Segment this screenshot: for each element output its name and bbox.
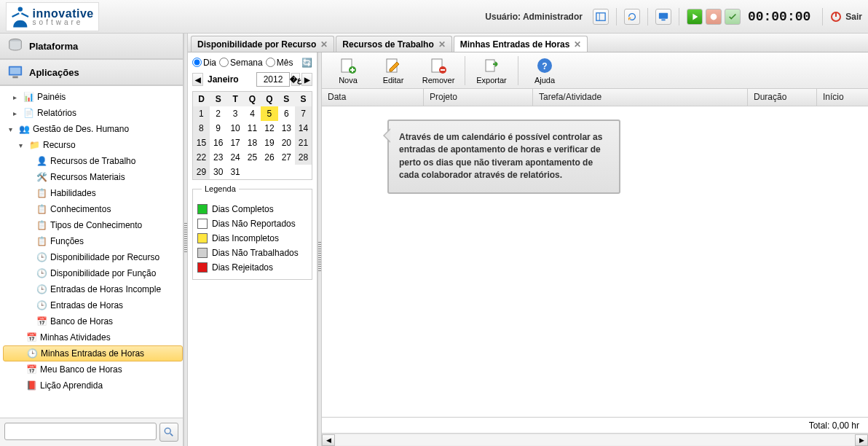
tab-disp-recurso[interactable]: Disponibilidade por Recurso✕ — [191, 36, 334, 52]
cal-next-button[interactable]: ▶ — [301, 73, 312, 86]
calendar-day[interactable]: 19 — [261, 136, 277, 150]
calendar-day[interactable]: 22 — [193, 150, 210, 165]
col-projeto[interactable]: Projeto — [424, 89, 533, 106]
close-icon[interactable]: ✕ — [320, 39, 328, 50]
nav-funcoes[interactable]: 📋Funções — [3, 233, 183, 249]
year-input[interactable] — [256, 72, 290, 87]
tool-remover[interactable]: Remover — [417, 55, 460, 86]
nav-relatorios[interactable]: ▸📄Relatórios — [3, 105, 183, 121]
weekday-header: D — [193, 92, 210, 107]
radio-mes[interactable]: Mês — [266, 58, 293, 68]
calendar-day[interactable]: 18 — [244, 136, 261, 150]
calendar-icon: 📅 — [36, 316, 47, 327]
radio-dia[interactable]: Dia — [192, 58, 216, 68]
calendar-day[interactable]: 25 — [244, 150, 261, 165]
nav-conhecimentos[interactable]: 📋Conhecimentos — [3, 201, 183, 217]
refresh-small-icon[interactable]: 🔄 — [301, 57, 312, 68]
calendar-day[interactable]: 10 — [226, 121, 243, 136]
refresh-icon[interactable] — [624, 9, 640, 25]
nav-recursos-materiais[interactable]: 🛠️Recursos Materiais — [3, 169, 183, 185]
nav-licao[interactable]: 📕Lição Aprendida — [3, 377, 183, 394]
tab-minhas-entradas[interactable]: Minhas Entradas de Horas✕ — [454, 36, 588, 52]
calendar-day[interactable]: 15 — [193, 136, 210, 150]
calendar-day[interactable]: 12 — [261, 121, 277, 136]
dashboard-icon: 📊 — [23, 92, 34, 103]
calendar-day[interactable]: 17 — [226, 136, 243, 150]
tool-nova[interactable]: Nova — [326, 55, 370, 86]
calendar-day[interactable]: 23 — [210, 150, 226, 165]
calendar-day[interactable]: 6 — [278, 106, 295, 121]
list-icon: 📋 — [36, 188, 47, 199]
nav-minhas-entradas[interactable]: 🕒Minhas Entradas de Horas — [3, 345, 183, 361]
scroll-left-icon[interactable]: ◀ — [322, 434, 335, 446]
panel-toggle-icon[interactable] — [593, 9, 609, 25]
calendar-day[interactable]: 4 — [244, 106, 261, 121]
nav-banco[interactable]: 📅Banco de Horas — [3, 313, 183, 329]
nav-meu-banco[interactable]: 📅Meu Banco de Horas — [3, 361, 183, 377]
tab-recursos-trabalho[interactable]: Recursos de Trabalho✕ — [336, 36, 451, 52]
scroll-right-icon[interactable]: ▶ — [855, 434, 868, 446]
calendar-day[interactable]: 14 — [295, 121, 312, 136]
timer-play-icon[interactable] — [687, 9, 703, 25]
export-icon — [483, 57, 500, 74]
calendar-day[interactable]: 9 — [210, 121, 226, 136]
sidebar-section-platform[interactable]: Plataforma — [0, 34, 183, 59]
calendar-day[interactable]: 2 — [210, 106, 226, 121]
delete-icon — [430, 57, 447, 74]
search-button[interactable] — [159, 423, 178, 442]
calendar-nav: ◀ Janeiro �ع ▶ — [192, 72, 312, 87]
search-input[interactable] — [4, 423, 157, 440]
col-inicio[interactable]: Início — [817, 89, 868, 106]
calendar-day[interactable]: 11 — [244, 121, 261, 136]
tool-ajuda[interactable]: ?Ajuda — [523, 55, 567, 86]
monitor-icon[interactable] — [655, 9, 671, 25]
calendar-day[interactable]: 29 — [193, 165, 210, 180]
col-duracao[interactable]: Duração — [748, 89, 817, 106]
nav-habilidades[interactable]: 📋Habilidades — [3, 185, 183, 201]
nav-entradas[interactable]: 🕒Entradas de Horas — [3, 297, 183, 313]
calendar-day[interactable]: 8 — [193, 121, 210, 136]
logout-button[interactable]: Sair — [830, 11, 862, 23]
calendar-day[interactable]: 30 — [210, 165, 226, 180]
nav-recurso[interactable]: ▾📁Recurso — [3, 137, 183, 153]
power-icon — [830, 11, 842, 23]
calendar-day[interactable]: 13 — [278, 121, 295, 136]
nav-entradas-incompletas[interactable]: 🕒Entradas de Horas Incomple — [3, 281, 183, 297]
calendar-day[interactable]: 16 — [210, 136, 226, 150]
calendar-day[interactable]: 26 — [261, 150, 277, 165]
calendar-day[interactable]: 21 — [295, 136, 312, 150]
horizontal-scrollbar[interactable]: ◀ ▶ — [322, 433, 868, 446]
nav-paineis[interactable]: ▸📊Painéis — [3, 89, 183, 105]
calendar-day[interactable]: 20 — [278, 136, 295, 150]
timer-stop-icon[interactable] — [706, 9, 722, 25]
close-icon[interactable]: ✕ — [574, 39, 581, 50]
nav-recursos-trabalho[interactable]: 👤Recursos de Trabalho — [3, 153, 183, 169]
calendar-day[interactable]: 7 — [295, 106, 312, 121]
col-tarefa[interactable]: Tarefa/Atividade — [533, 89, 748, 106]
sidebar-section-apps[interactable]: Aplicações — [0, 59, 183, 85]
col-data[interactable]: Data — [322, 89, 424, 106]
calendar-day[interactable]: 3 — [226, 106, 243, 121]
timer-check-icon[interactable] — [725, 9, 741, 25]
calendar-day[interactable]: 1 — [193, 106, 210, 121]
tool-exportar[interactable]: Exportar — [470, 55, 513, 86]
close-icon[interactable]: ✕ — [438, 39, 446, 50]
nav-tipos-conhecimento[interactable]: 📋Tipos de Conhecimento — [3, 217, 183, 233]
person-icon — [11, 5, 30, 28]
calendar-day[interactable]: 27 — [278, 150, 295, 165]
calendar-day[interactable]: 28 — [295, 150, 312, 165]
year-spinner[interactable]: �ع — [291, 73, 300, 86]
radio-semana[interactable]: Semana — [219, 58, 263, 68]
nav-minhas-ativ[interactable]: 📅Minhas Atividades — [3, 329, 183, 345]
cal-prev-button[interactable]: ◀ — [192, 73, 203, 86]
nav-disp-funcao[interactable]: 🕒Disponibilidade por Função — [3, 265, 183, 281]
legend-label: Dias Completos — [212, 204, 274, 214]
tool-editar[interactable]: Editar — [371, 55, 415, 86]
calendar-day[interactable]: 5 — [261, 106, 277, 121]
svg-rect-10 — [10, 68, 21, 74]
nav-disp-recurso[interactable]: 🕒Disponibilidade por Recurso — [3, 249, 183, 265]
calendar-day[interactable]: 31 — [226, 165, 243, 180]
nav-gestao[interactable]: ▾👥Gestão de Des. Humano — [3, 121, 183, 137]
calendar-day[interactable]: 24 — [226, 150, 243, 165]
svg-point-12 — [165, 428, 170, 434]
